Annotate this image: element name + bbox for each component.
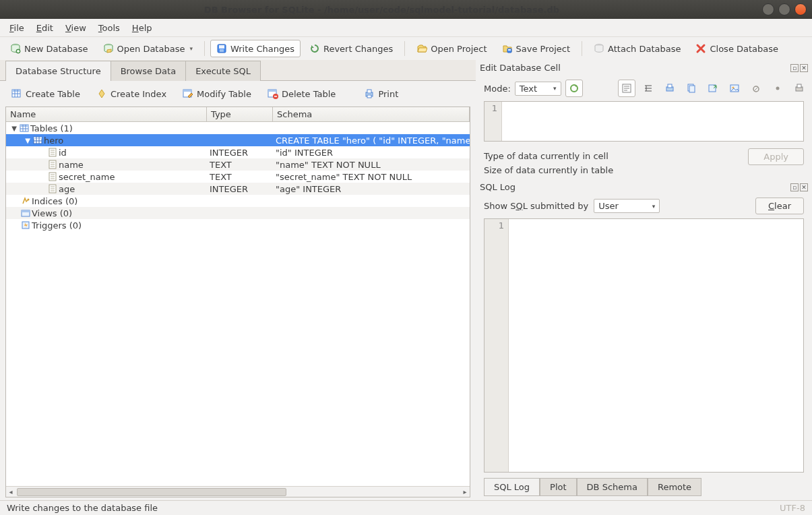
tab-execute-sql[interactable]: Execute SQL [185, 61, 261, 81]
separator [404, 41, 405, 56]
copy-cell-icon[interactable] [683, 80, 700, 97]
write-changes-button[interactable]: Write Changes [210, 40, 301, 57]
sql-log-view[interactable]: 1 [484, 218, 804, 473]
svg-rect-22 [34, 137, 42, 139]
menu-tools[interactable]: Tools [93, 21, 125, 35]
print-button[interactable]: Print [358, 85, 404, 102]
panel-close-icon[interactable]: ✕ [800, 183, 808, 191]
null-cell-icon[interactable] [747, 80, 765, 97]
bottom-tab-sql-log[interactable]: SQL Log [484, 478, 540, 496]
structure-toolbar: Create Table Create Index Modify Table D… [0, 81, 476, 107]
tree-views[interactable]: Views (0) [6, 207, 470, 219]
tree-col-secret-name[interactable]: secret_name TEXT"secret_name" TEXT NOT N… [6, 171, 470, 183]
col-schema[interactable]: Schema [273, 107, 470, 121]
svg-point-41 [776, 87, 780, 90]
column-icon [48, 160, 57, 169]
print-icon [364, 88, 375, 99]
sql-source-select[interactable]: User▾ [594, 199, 660, 213]
column-icon [48, 184, 57, 193]
save-project-button[interactable]: Save Project [496, 40, 577, 57]
panel-undock-icon[interactable]: ▫ [790, 64, 799, 72]
menu-edit[interactable]: Edit [31, 21, 59, 35]
open-project-button[interactable]: Open Project [410, 40, 493, 57]
revert-changes-button[interactable]: Revert Changes [303, 40, 399, 57]
tab-database-structure[interactable]: Database Structure [5, 61, 111, 81]
svg-point-27 [28, 199, 30, 201]
mode-label: Mode: [484, 84, 511, 94]
menu-view[interactable]: View [60, 21, 92, 35]
column-icon [48, 172, 57, 181]
create-table-button[interactable]: Create Table [5, 85, 86, 102]
text-mode-icon[interactable] [618, 80, 635, 97]
maximize-icon[interactable] [778, 3, 790, 16]
create-index-button[interactable]: Create Index [90, 85, 173, 102]
svg-rect-34 [668, 84, 672, 88]
tree-table-hero[interactable]: ▼ hero CREATE TABLE "hero" ( "id" INTEGE… [6, 134, 470, 146]
bottom-tab-remote[interactable]: Remote [648, 478, 701, 496]
tree-hscrollbar[interactable]: ◂▸ [6, 486, 470, 497]
svg-rect-14 [268, 90, 276, 92]
new-database-icon [10, 43, 21, 54]
separator [204, 41, 205, 56]
table-icon [33, 135, 42, 145]
svg-rect-12 [183, 90, 191, 92]
bottom-tabs: SQL Log Plot DB Schema Remote [478, 477, 809, 500]
minimize-icon[interactable] [762, 3, 774, 16]
tree-col-name[interactable]: name TEXT"name" TEXT NOT NULL [6, 158, 470, 171]
title-bar: DB Browser for SQLite - /home/user/code/… [0, 0, 812, 19]
dot-icon[interactable] [769, 80, 786, 97]
cell-type-info: Type of data currently in cell [478, 148, 619, 162]
modify-table-button[interactable]: Modify Table [177, 85, 257, 102]
col-type[interactable]: Type [207, 107, 273, 121]
col-name[interactable]: Name [6, 107, 207, 121]
open-database-button[interactable]: Open Database ▾ [97, 40, 199, 57]
export-cell-icon[interactable] [704, 80, 722, 97]
panel-close-icon[interactable]: ✕ [800, 64, 808, 72]
create-index-icon [96, 88, 107, 99]
indent-icon[interactable] [639, 80, 657, 97]
panel-undock-icon[interactable]: ▫ [790, 183, 799, 191]
sql-log-gutter: 1 [485, 219, 509, 472]
close-window-icon[interactable] [794, 3, 807, 16]
svg-rect-29 [22, 210, 30, 212]
tree-triggers[interactable]: Triggers (0) [6, 219, 470, 231]
index-group-icon [21, 196, 30, 206]
bottom-tab-db-schema[interactable]: DB Schema [577, 478, 648, 496]
mode-select[interactable]: Text▾ [515, 82, 561, 96]
svg-rect-5 [220, 49, 224, 52]
open-database-icon [103, 43, 114, 54]
cell-editor[interactable]: 1 [484, 101, 804, 142]
svg-rect-18 [367, 95, 371, 98]
refresh-cell-button[interactable] [565, 80, 583, 97]
print-cell-icon[interactable] [661, 80, 679, 97]
tree-col-age[interactable]: age INTEGER"age" INTEGER [6, 183, 470, 195]
menu-file[interactable]: File [4, 21, 30, 35]
printer2-icon[interactable] [790, 80, 808, 97]
delete-table-button[interactable]: Delete Table [261, 85, 342, 102]
create-table-icon [11, 88, 22, 99]
svg-rect-17 [367, 90, 371, 93]
tree-tables[interactable]: ▼ Tables (1) [6, 122, 470, 134]
image-cell-icon[interactable] [726, 80, 743, 97]
clear-log-button[interactable]: Clear [755, 198, 804, 214]
edit-cell-panel-title: Edit Database Cell ▫✕ [478, 61, 809, 74]
svg-rect-10 [12, 90, 20, 92]
new-database-button[interactable]: New Database [4, 40, 94, 57]
close-database-icon [695, 43, 706, 54]
bottom-tab-plot[interactable]: Plot [540, 478, 577, 496]
tree-col-id[interactable]: id INTEGER"id" INTEGER [6, 146, 470, 158]
status-message: Write changes to the database file [7, 503, 158, 513]
svg-rect-20 [20, 125, 28, 127]
save-project-icon [502, 43, 513, 54]
main-toolbar: New Database Open Database ▾ Write Chang… [0, 37, 812, 60]
menu-help[interactable]: Help [127, 21, 158, 35]
svg-rect-36 [689, 86, 695, 92]
open-database-dropdown-icon[interactable]: ▾ [189, 45, 193, 52]
open-project-icon [416, 43, 427, 54]
tree-indices[interactable]: Indices (0) [6, 195, 470, 207]
close-database-button[interactable]: Close Database [689, 40, 784, 57]
sql-log-panel-title: SQL Log ▫✕ [478, 181, 809, 193]
tree-header: Name Type Schema [6, 107, 470, 122]
tab-browse-data[interactable]: Browse Data [111, 61, 187, 81]
attach-database-icon [594, 43, 604, 54]
